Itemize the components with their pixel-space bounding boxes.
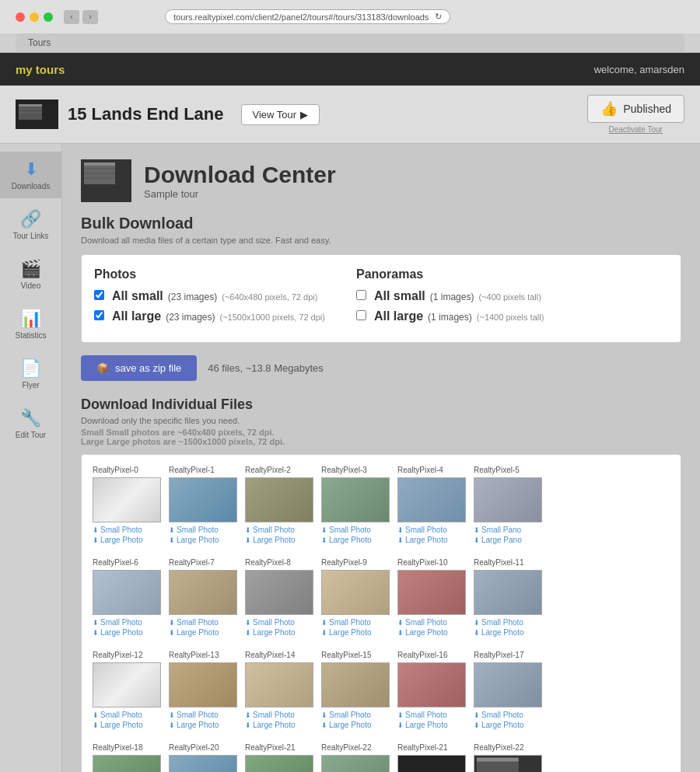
- large-photo-link[interactable]: ⬇ Large Photo: [245, 721, 315, 729]
- small-note-bold: Small: [81, 428, 103, 437]
- download-icon: ⬇: [245, 619, 251, 627]
- large-pano-link[interactable]: ⬇ Large Pano: [474, 536, 544, 544]
- flyer-icon: 📄: [20, 358, 41, 379]
- list-item: RealtyPixel-21 ⬇ Small Photo ⬇ Large Pho…: [245, 743, 315, 772]
- download-icon: ⬇: [169, 629, 175, 637]
- list-item: RealtyPixel-2 ⬇ Small Photo ⬇ Large Phot…: [245, 466, 315, 544]
- download-icon: ⬇: [169, 711, 175, 719]
- close-dot[interactable]: [16, 12, 25, 22]
- list-item: RealtyPixel-22 ⬇ Small Photo ⬇ Large Pho…: [321, 743, 391, 772]
- sidebar-item-edit-tour[interactable]: 🔧 Edit Tour: [0, 400, 61, 447]
- photo-large-checkbox[interactable]: [94, 310, 104, 320]
- download-icon: ⬇: [245, 526, 251, 534]
- zip-button[interactable]: 📦 save as zip file: [81, 355, 197, 381]
- small-photo-link[interactable]: ⬇ Small Photo: [169, 618, 239, 627]
- file-thumb: [245, 477, 313, 522]
- large-photo-link[interactable]: ⬇ Large Photo: [321, 628, 391, 637]
- small-photo-link[interactable]: ⬇ Small Photo: [93, 618, 163, 627]
- large-photo-link[interactable]: ⬇ Large Photo: [245, 628, 315, 637]
- sidebar-item-downloads[interactable]: ⬇ Downloads: [0, 152, 61, 198]
- view-tour-label: View Tour: [253, 109, 297, 121]
- download-icon: ⬇: [169, 721, 175, 729]
- list-item: RealtyPixel-20 ⬇ Small Photo ⬇ Large Pho…: [169, 743, 239, 772]
- large-photo-link[interactable]: ⬇ Large Photo: [474, 721, 544, 729]
- large-photo-link[interactable]: ⬇ Large Photo: [169, 628, 239, 637]
- bulk-desc: Download all media files of a certain ty…: [81, 236, 681, 245]
- pano-large-label: All large: [374, 309, 423, 323]
- photo-small-checkbox[interactable]: [94, 290, 104, 300]
- app-logo[interactable]: my tours: [16, 63, 65, 76]
- download-icon: ⬇: [321, 721, 327, 729]
- forward-button[interactable]: ›: [82, 10, 98, 24]
- large-photo-link[interactable]: ⬇ Large Photo: [245, 536, 315, 544]
- zip-icon: 📦: [96, 362, 109, 374]
- sidebar-item-statistics[interactable]: 📊 Statistics: [0, 301, 61, 348]
- photo-large-label: All large: [112, 309, 161, 323]
- large-photo-link[interactable]: ⬇ Large Photo: [321, 721, 391, 729]
- file-label: RealtyPixel-12: [93, 651, 163, 659]
- large-note-bold: Large: [81, 437, 104, 446]
- file-thumb: [169, 755, 237, 772]
- large-photo-link[interactable]: ⬇ Large Photo: [93, 721, 163, 729]
- small-photo-link[interactable]: ⬇ Small Photo: [397, 526, 467, 534]
- file-label: RealtyPixel-0: [93, 466, 163, 474]
- published-label: Published: [624, 103, 672, 115]
- file-label: RealtyPixel-14: [245, 651, 315, 659]
- small-photo-link[interactable]: ⬇ Small Photo: [245, 526, 315, 534]
- large-photo-link[interactable]: ⬇ Large Photo: [321, 536, 391, 544]
- file-thumb: [321, 755, 390, 772]
- file-links: ⬇ Small Photo ⬇ Large Photo: [397, 526, 467, 544]
- browser-toolbar: ‹ › tours.realtypixel.com/client2/panel2…: [0, 0, 700, 33]
- small-photo-link[interactable]: ⬇ Small Photo: [245, 618, 315, 627]
- address-bar[interactable]: tours.realtypixel.com/client2/panel2/tou…: [165, 9, 450, 24]
- download-icon: ⬇: [245, 711, 251, 719]
- large-photo-link[interactable]: ⬇ Large Photo: [397, 721, 467, 729]
- small-photo-link[interactable]: ⬇ Small Photo: [245, 711, 315, 719]
- download-icon: ⬇: [321, 619, 327, 627]
- large-photo-link[interactable]: ⬇ Large Photo: [169, 536, 239, 544]
- large-photo-link[interactable]: ⬇ Large Photo: [474, 628, 544, 637]
- small-photo-link[interactable]: ⬇ Small Photo: [474, 711, 544, 719]
- large-photo-link[interactable]: ⬇ Large Photo: [397, 536, 467, 544]
- large-photo-link[interactable]: ⬇ Large Photo: [169, 721, 239, 729]
- download-icon: ⬇: [474, 629, 480, 637]
- download-icon: ⬇: [474, 711, 480, 719]
- file-thumb: [397, 570, 466, 615]
- sidebar-item-tour-links[interactable]: 🔗 Tour Links: [0, 201, 61, 248]
- published-button[interactable]: 👍 Published: [587, 95, 685, 123]
- download-icon: ⬇: [93, 711, 99, 719]
- sidebar-item-flyer[interactable]: 📄 Flyer: [0, 351, 61, 397]
- large-photo-link[interactable]: ⬇ Large Photo: [93, 536, 163, 544]
- view-tour-button[interactable]: View Tour ▶: [241, 104, 320, 125]
- small-photo-link[interactable]: ⬇ Small Photo: [169, 526, 239, 534]
- small-photo-link[interactable]: ⬇ Small Photo: [93, 711, 163, 719]
- browser-tab[interactable]: Tours: [16, 33, 684, 52]
- pano-small-checkbox[interactable]: [356, 290, 366, 300]
- deactivate-link[interactable]: Deactivate Tour: [609, 125, 663, 134]
- zip-info: 46 files, ~13.8 Megabytes: [208, 362, 324, 374]
- small-photo-link[interactable]: ⬇ Small Photo: [169, 711, 239, 719]
- photo-large-info: (~1500x1000 pixels, 72 dpi): [220, 313, 325, 322]
- list-item: RealtyPixel-21 ⬇ Small Photo ⬇ Large Pho…: [397, 743, 467, 772]
- sidebar-item-video[interactable]: 🎬 Video: [0, 251, 61, 298]
- small-photo-link[interactable]: ⬇ Small Photo: [321, 526, 391, 534]
- small-pano-link[interactable]: ⬇ Small Pano: [474, 526, 544, 534]
- pano-large-checkbox[interactable]: [356, 310, 366, 320]
- thumbs-up-icon: 👍: [600, 100, 618, 117]
- maximize-dot[interactable]: [44, 12, 53, 22]
- small-photo-link[interactable]: ⬇ Small Photo: [321, 711, 391, 719]
- file-label: RealtyPixel-21: [397, 743, 467, 752]
- small-photo-link[interactable]: ⬇ Small Photo: [93, 526, 163, 534]
- small-photo-link[interactable]: ⬇ Small Photo: [474, 618, 544, 627]
- large-photo-link[interactable]: ⬇ Large Photo: [93, 628, 163, 637]
- minimize-dot[interactable]: [30, 12, 39, 22]
- file-label: RealtyPixel-22: [474, 743, 544, 752]
- list-item: RealtyPixel-10 ⬇ Small Photo ⬇ Large Pho…: [397, 558, 467, 637]
- large-photo-link[interactable]: ⬇ Large Photo: [397, 628, 467, 637]
- refresh-icon[interactable]: ↻: [435, 12, 442, 22]
- small-photo-link[interactable]: ⬇ Small Photo: [321, 618, 391, 627]
- back-button[interactable]: ‹: [64, 10, 79, 24]
- pano-large-info: (~1400 pixels tall): [477, 313, 544, 322]
- small-photo-link[interactable]: ⬇ Small Photo: [397, 711, 467, 719]
- small-photo-link[interactable]: ⬇ Small Photo: [397, 618, 467, 627]
